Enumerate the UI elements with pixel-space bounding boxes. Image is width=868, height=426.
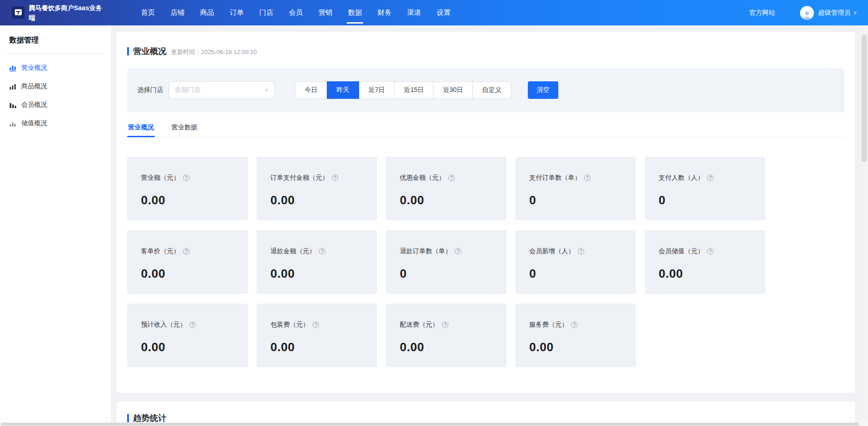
help-icon[interactable]: [442, 322, 448, 328]
stat-card-order-paid-amount: 订单支付金额（元） 0.00: [257, 157, 377, 220]
chevron-down-icon: [264, 87, 269, 93]
stat-value: 0.00: [400, 193, 500, 207]
date-range-group: 今日 昨天 近7日 近15日 近30日 自定义: [295, 81, 511, 99]
stat-card-avg-order-value: 客单价（元） 0.00: [127, 230, 248, 294]
nav-item-goods[interactable]: 商品: [192, 0, 222, 25]
range-button-yesterday[interactable]: 昨天: [327, 81, 359, 99]
sidebar-item-stored-value-overview[interactable]: 储值概况: [0, 114, 111, 133]
help-icon[interactable]: [707, 175, 714, 181]
header-right: 官方网站 超级管理员: [749, 6, 857, 20]
sidebar-item-business-overview[interactable]: 营业概况: [0, 59, 111, 77]
tab-business-data[interactable]: 营业数据: [171, 123, 198, 137]
horizontal-scrollbar-thumb[interactable]: [1, 423, 859, 426]
help-icon[interactable]: [571, 322, 578, 328]
stat-label: 预计收入（元）: [141, 321, 186, 329]
stat-label: 退款金额（元）: [270, 247, 316, 256]
stat-value: 0.00: [659, 267, 759, 281]
user-avatar[interactable]: [800, 6, 814, 20]
range-button-custom[interactable]: 自定义: [472, 81, 511, 99]
stat-value: 0: [400, 267, 500, 281]
nav-item-shop[interactable]: 店铺: [163, 0, 192, 25]
stat-label: 支付订单数（单）: [529, 174, 581, 182]
sidebar-item-label: 商品概况: [21, 82, 47, 91]
nav-item-finance[interactable]: 财务: [370, 0, 399, 25]
nav-item-channels[interactable]: 渠道: [399, 0, 429, 25]
main-nav: 首页 店铺 商品 订单 门店 会员 营销 数据 财务 渠道 设置: [133, 0, 458, 25]
sidebar-item-goods-overview[interactable]: 商品概况: [0, 77, 111, 96]
stat-card-revenue: 营业额（元） 0.00: [127, 157, 248, 220]
official-site-link[interactable]: 官方网站: [749, 9, 775, 17]
nav-item-home[interactable]: 首页: [133, 0, 163, 25]
help-icon[interactable]: [332, 175, 338, 181]
vertical-scrollbar-thumb[interactable]: [862, 35, 867, 162]
stat-card-refund-amount: 退款金额（元） 0.00: [257, 230, 377, 294]
business-overview-panel: 营业概况 更新时间：2025-06-18 12:00:10 选择门店 全部门店 …: [116, 32, 855, 393]
overview-tabs: 营业概况 营业数据: [127, 123, 844, 137]
help-icon[interactable]: [189, 322, 196, 328]
stat-value: 0.00: [141, 340, 241, 354]
stat-value: 0.00: [529, 340, 630, 354]
section-head: 趋势统计: [116, 402, 855, 424]
filter-bar: 选择门店 全部门店 今日 昨天 近7日 近15日 近30日 自定义 清空: [127, 68, 844, 112]
stat-card-paying-customers: 支付人数（人） 0: [645, 157, 765, 220]
section-head: 营业概况 更新时间：2025-06-18 12:00:10: [116, 32, 855, 57]
help-icon[interactable]: [455, 248, 461, 255]
nav-item-settings[interactable]: 设置: [429, 0, 458, 25]
stat-card-packaging-fee: 包装费（元） 0.00: [257, 304, 377, 367]
help-icon[interactable]: [584, 175, 591, 181]
clear-button[interactable]: 清空: [528, 81, 558, 99]
stat-label: 客单价（元）: [141, 247, 180, 256]
person-icon: [802, 10, 812, 20]
help-icon[interactable]: [707, 248, 714, 255]
username[interactable]: 超级管理员: [818, 9, 850, 17]
tab-business-overview[interactable]: 营业概况: [127, 123, 155, 137]
nav-item-orders[interactable]: 订单: [222, 0, 251, 25]
stat-label: 营业额（元）: [141, 174, 180, 182]
store-select[interactable]: 全部门店: [169, 81, 275, 99]
title-accent-bar: [127, 414, 129, 422]
bar-chart-icon: [9, 101, 17, 109]
stat-value: 0.00: [141, 267, 241, 281]
help-icon[interactable]: [448, 175, 455, 181]
app-screen: 腾马餐饮多商户Saas业务端 首页 店铺 商品 订单 门店 会员 营销 数据 财…: [0, 0, 868, 426]
horizontal-scrollbar[interactable]: [0, 422, 868, 426]
sidebar-menu: 营业概况 商品概况 会员概况 储值概况: [0, 54, 111, 133]
help-icon[interactable]: [578, 248, 584, 255]
range-button-7days[interactable]: 近7日: [359, 81, 395, 99]
stat-value: 0.00: [141, 193, 241, 207]
range-button-today[interactable]: 今日: [295, 81, 327, 99]
range-button-30days[interactable]: 近30日: [433, 81, 473, 99]
help-icon[interactable]: [319, 248, 325, 255]
vertical-scrollbar[interactable]: [861, 25, 868, 426]
stat-label: 会员新增（人）: [529, 247, 575, 256]
stat-card-expected-income: 预计收入（元） 0.00: [127, 304, 248, 367]
help-icon[interactable]: [312, 322, 319, 328]
help-icon[interactable]: [183, 248, 189, 255]
nav-item-data[interactable]: 数据: [340, 0, 370, 25]
help-icon[interactable]: [183, 175, 189, 181]
stat-card-member-stored-value: 会员储值（元） 0.00: [645, 230, 765, 294]
store-filter-label: 选择门店: [137, 86, 163, 94]
nav-item-marketing[interactable]: 营销: [311, 0, 340, 25]
stat-label: 包装费（元）: [270, 321, 309, 329]
sidebar-item-label: 储值概况: [21, 119, 47, 128]
main-content: 营业概况 更新时间：2025-06-18 12:00:10 选择门店 全部门店 …: [111, 25, 861, 426]
stat-value: 0.00: [270, 340, 371, 354]
stat-value: 0.00: [400, 340, 500, 354]
range-button-15days[interactable]: 近15日: [394, 81, 434, 99]
store-select-placeholder: 全部门店: [175, 86, 201, 94]
page-title: 营业概况: [133, 46, 166, 57]
nav-item-stores[interactable]: 门店: [251, 0, 281, 25]
stat-card-paid-orders: 支付订单数（单） 0: [515, 157, 636, 220]
bar-chart-icon: [9, 83, 17, 90]
chevron-down-icon[interactable]: [853, 10, 857, 16]
nav-item-members[interactable]: 会员: [281, 0, 311, 25]
sidebar-item-label: 会员概况: [21, 101, 47, 109]
update-time: 更新时间：2025-06-18 12:00:10: [171, 47, 257, 56]
stat-label: 配送费（元）: [400, 321, 439, 329]
stat-value: 0: [659, 193, 759, 207]
update-time-label: 更新时间：: [171, 49, 201, 55]
sidebar-item-member-overview[interactable]: 会员概况: [0, 96, 111, 114]
logo[interactable]: 腾马餐饮多商户Saas业务端: [12, 3, 105, 22]
stat-card-new-members: 会员新增（人） 0: [515, 230, 636, 294]
